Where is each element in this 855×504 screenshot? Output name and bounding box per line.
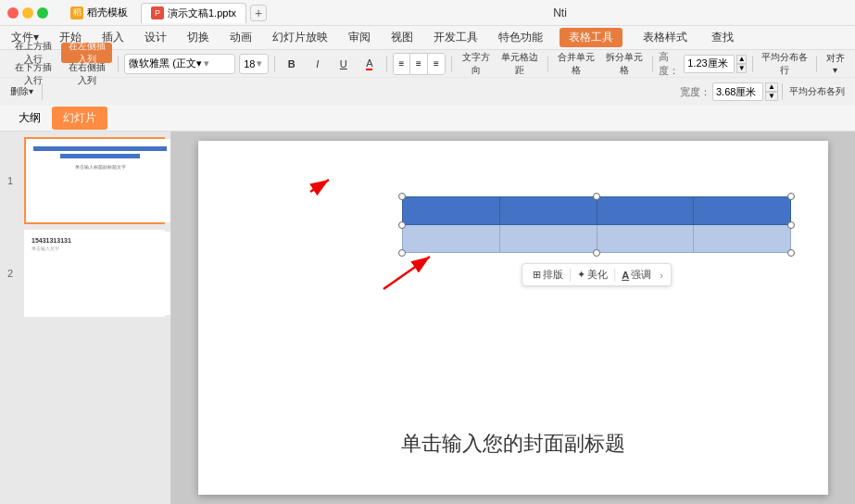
slide-panel: 1 单击输入标题副标题文字 2 15431313131 单击输入文字: [0, 132, 171, 504]
text-direction-button[interactable]: 文字方向: [458, 54, 495, 74]
align-right-button2[interactable]: 对齐▾: [823, 54, 848, 74]
menu-devtools[interactable]: 开发工具: [430, 28, 482, 47]
canvas-area[interactable]: ⊞ 排版 ✦ 美化 A 强调 › 单击输入您的: [171, 132, 855, 504]
emphasis-icon: A: [622, 270, 629, 281]
grid-icon: ⊞: [533, 269, 541, 281]
tab-outline[interactable]: 大纲: [7, 107, 52, 130]
sep2: [274, 56, 275, 72]
handle-tr[interactable]: [787, 193, 795, 200]
width-group: 宽度： ▲ ▼: [680, 82, 778, 101]
qt-beautify-label: 美化: [587, 268, 608, 282]
slide-num-1: 1: [7, 175, 13, 186]
width-label: 宽度：: [680, 85, 710, 99]
width-up[interactable]: ▲: [765, 82, 778, 92]
window-controls[interactable]: [7, 7, 48, 19]
tab-daoke[interactable]: 稻 稻壳模板: [61, 3, 137, 22]
tab-daoke-label: 稻壳模板: [87, 6, 128, 19]
menu-view[interactable]: 视图: [387, 28, 417, 47]
tab-pptx[interactable]: P 演示文稿1.pptx: [141, 3, 246, 23]
width-stepper[interactable]: ▲ ▼: [765, 82, 778, 101]
align-center-button[interactable]: ≡: [410, 54, 428, 74]
table-cell-h3[interactable]: [597, 197, 694, 225]
merge-cells-button[interactable]: 合并单元格: [554, 54, 598, 74]
font-size-text: 18: [244, 58, 255, 69]
dist-cols-button[interactable]: 平均分布各列: [786, 82, 848, 102]
table-cell-b3[interactable]: [597, 225, 694, 253]
title-tabs: 稻 稻壳模板 P 演示文稿1.pptx +: [61, 3, 267, 23]
height-input[interactable]: [684, 55, 735, 73]
height-stepper[interactable]: ▲ ▼: [736, 55, 747, 73]
height-up[interactable]: ▲: [736, 55, 747, 64]
table-cell-b4[interactable]: [694, 225, 791, 253]
title-bar: 稻 稻壳模板 P 演示文稿1.pptx + Nti: [0, 0, 855, 26]
tab-pptx-label: 演示文稿1.pptx: [168, 6, 236, 20]
menu-special[interactable]: 特色功能: [495, 28, 547, 47]
table-cell-h2[interactable]: [499, 197, 597, 225]
table-row-header: [403, 197, 791, 225]
menu-search[interactable]: 查找: [708, 28, 737, 47]
handle-ml[interactable]: [398, 221, 406, 229]
table-cell-h1[interactable]: [403, 197, 500, 225]
pptx-icon: P: [151, 6, 164, 19]
font-name-text: 微软雅黑 (正文▾: [129, 57, 202, 70]
menu-design[interactable]: 设计: [141, 28, 170, 47]
italic-button[interactable]: I: [307, 54, 329, 74]
table-container[interactable]: ⊞ 排版 ✦ 美化 A 强调 ›: [402, 196, 791, 286]
slide-thumb-1[interactable]: 单击输入标题副标题文字: [24, 137, 165, 224]
font-family-selector[interactable]: 微软雅黑 (正文▾ ▾: [124, 54, 235, 74]
slide-preview-1: 单击输入标题副标题文字: [26, 139, 171, 222]
minimize-button[interactable]: [22, 7, 33, 19]
insert-above-button[interactable]: 在上方插入行: [7, 43, 58, 63]
underline-button[interactable]: U: [333, 54, 355, 74]
window-title: Nti: [272, 6, 848, 19]
font-size-selector[interactable]: 18 ▾: [239, 54, 269, 74]
split-cells-button[interactable]: 拆分单元格: [602, 54, 647, 74]
qt-layout[interactable]: ⊞ 排版: [530, 267, 566, 283]
font-color-button[interactable]: A: [358, 54, 381, 74]
insert-left-button[interactable]: 在左侧插入列: [61, 43, 112, 63]
tab-slides[interactable]: 幻灯片: [52, 107, 107, 130]
width-input[interactable]: [712, 82, 763, 101]
table-cell-h4[interactable]: [694, 197, 791, 225]
sep7: [752, 56, 753, 72]
handle-bl[interactable]: [398, 249, 406, 257]
dist-rows-button[interactable]: 平均分布各行: [759, 54, 811, 74]
qt-more-arrow[interactable]: ›: [660, 270, 663, 281]
handle-tl[interactable]: [398, 193, 406, 200]
handle-mr[interactable]: [787, 221, 795, 229]
height-down[interactable]: ▼: [736, 64, 747, 73]
delete-button[interactable]: 删除▾: [7, 82, 36, 102]
qt-emphasis-label: 强调: [631, 268, 651, 282]
toolbar-row1: 在上方插入行 在下方插入行 在左侧插入列 在右侧插入列 微软雅黑 (正文▾ ▾ …: [0, 50, 855, 78]
insert-section: 在上方插入行 在下方插入行 在左侧插入列 在右侧插入列: [7, 43, 112, 84]
slide-bottom-text[interactable]: 单击输入您的封面副标题: [198, 430, 828, 458]
menu-transition[interactable]: 切换: [183, 28, 213, 47]
slide-canvas: ⊞ 排版 ✦ 美化 A 强调 › 单击输入您的: [198, 141, 828, 495]
menu-table-style[interactable]: 表格样式: [635, 28, 695, 47]
menu-table-tools[interactable]: 表格工具: [560, 28, 622, 47]
cell-margin-button[interactable]: 单元格边距: [497, 54, 542, 74]
handle-bm[interactable]: [593, 249, 600, 257]
menu-review[interactable]: 审阅: [345, 28, 374, 47]
table-cell-b1[interactable]: [403, 225, 500, 253]
align-right-button[interactable]: ≡: [428, 54, 445, 74]
slide-thumb-2[interactable]: 15431313131 单击输入文字: [24, 230, 165, 317]
close-button[interactable]: [7, 7, 19, 19]
handle-br[interactable]: [787, 249, 795, 257]
qt-emphasis[interactable]: A 强调: [619, 267, 654, 283]
handle-tm[interactable]: [593, 193, 600, 200]
align-left-button[interactable]: ≡: [394, 54, 411, 74]
new-tab-button[interactable]: +: [250, 5, 267, 21]
quick-toolbar: ⊞ 排版 ✦ 美化 A 强调 ›: [522, 263, 672, 286]
slide-num-2: 2: [7, 268, 13, 279]
qt-beautify[interactable]: ✦ 美化: [574, 267, 610, 283]
sep8: [816, 56, 817, 72]
width-down[interactable]: ▼: [765, 92, 778, 101]
maximize-button[interactable]: [37, 7, 48, 19]
menu-slideshow[interactable]: 幻灯片放映: [269, 28, 332, 47]
bold-button[interactable]: B: [281, 54, 303, 74]
table-cell-b2[interactable]: [499, 225, 597, 253]
slide-preview-2: 15431313131 单击输入文字: [26, 232, 171, 315]
insert-right-button[interactable]: 在右侧插入列: [61, 64, 112, 84]
menu-animation[interactable]: 动画: [226, 28, 256, 47]
